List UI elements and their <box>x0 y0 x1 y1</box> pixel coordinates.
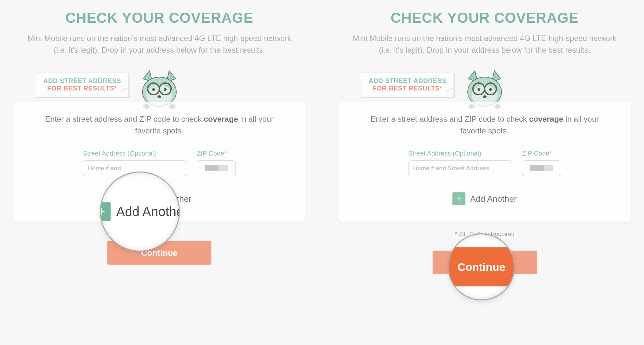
zip-label: ZIP Code* <box>197 150 236 157</box>
instr-prefix: Enter a street address and ZIP code to c… <box>370 115 529 123</box>
fields-row: Street Address (Optional) ZIP Code* <box>33 150 286 176</box>
speech-bubble: ADD STREET ADDRESS FOR BEST RESULTS* <box>36 72 128 97</box>
instr-bold: coverage <box>529 115 563 123</box>
zip-redacted-icon <box>530 165 553 171</box>
instr-bold: coverage <box>204 115 238 123</box>
add-another-button-magnified[interactable]: + Add Another <box>101 202 179 221</box>
card-instruction: Enter a street address and ZIP code to c… <box>358 113 611 137</box>
bubble-line-1: ADD STREET ADDRESS <box>369 77 446 85</box>
zip-redacted-icon <box>205 165 228 171</box>
svg-point-6 <box>164 88 167 91</box>
zip-input[interactable] <box>522 160 561 176</box>
svg-point-5 <box>152 88 155 91</box>
coverage-panel-right: CHECK YOUR COVERAGE Mint Mobile runs on … <box>338 7 631 274</box>
continue-button-magnified[interactable]: Continue <box>449 247 514 286</box>
page-subtitle: Mint Mobile runs on the nation's most ad… <box>351 33 618 56</box>
zip-field: ZIP Code* <box>522 150 561 176</box>
add-another-label: Add Another <box>116 204 179 219</box>
page-title: CHECK YOUR COVERAGE <box>13 10 306 26</box>
bubble-line-1: ADD STREET ADDRESS <box>43 77 121 85</box>
street-label: Street Address (Optional) <box>408 150 512 157</box>
street-field: Street Address (Optional) <box>83 150 187 176</box>
street-label: Street Address (Optional) <box>83 150 187 157</box>
zip-field: ZIP Code* <box>197 150 236 176</box>
card-instruction: Enter a street address and ZIP code to c… <box>33 113 286 137</box>
coverage-panel-left: CHECK YOUR COVERAGE Mint Mobile runs on … <box>13 7 306 274</box>
svg-point-15 <box>489 88 492 91</box>
bubble-line-2: FOR BEST RESULTS* <box>369 85 446 92</box>
zip-input[interactable] <box>197 160 236 176</box>
speech-tail-icon <box>446 84 452 91</box>
svg-point-14 <box>477 88 480 91</box>
zip-label: ZIP Code* <box>522 150 561 157</box>
page-subtitle: Mint Mobile runs on the nation's most ad… <box>26 33 293 56</box>
instr-prefix: Enter a street address and ZIP code to c… <box>45 115 204 123</box>
bubble-line-2: FOR BEST RESULTS* <box>43 85 121 92</box>
page-title: CHECK YOUR COVERAGE <box>338 10 631 26</box>
plus-icon: + <box>452 192 465 205</box>
speech-bubble: ADD STREET ADDRESS FOR BEST RESULTS* <box>361 72 454 97</box>
plus-icon: + <box>101 202 111 221</box>
svg-point-16 <box>483 95 487 98</box>
speech-tail-icon <box>120 84 127 91</box>
mascot-area: ADD STREET ADDRESS FOR BEST RESULTS* <box>338 69 631 105</box>
magnifier-lens: + Add Another <box>101 172 179 251</box>
magnifier-lens: Continue <box>449 234 514 299</box>
add-another-button[interactable]: + Add Another <box>358 192 611 205</box>
street-field: Street Address (Optional) <box>408 150 512 176</box>
street-input[interactable] <box>408 160 512 176</box>
mascot-area: ADD STREET ADDRESS FOR BEST RESULTS* <box>13 69 306 105</box>
svg-point-7 <box>157 95 161 98</box>
coverage-card: Enter a street address and ZIP code to c… <box>338 102 631 222</box>
fields-row: Street Address (Optional) ZIP Code* <box>358 150 611 176</box>
add-another-label: Add Another <box>470 194 517 204</box>
